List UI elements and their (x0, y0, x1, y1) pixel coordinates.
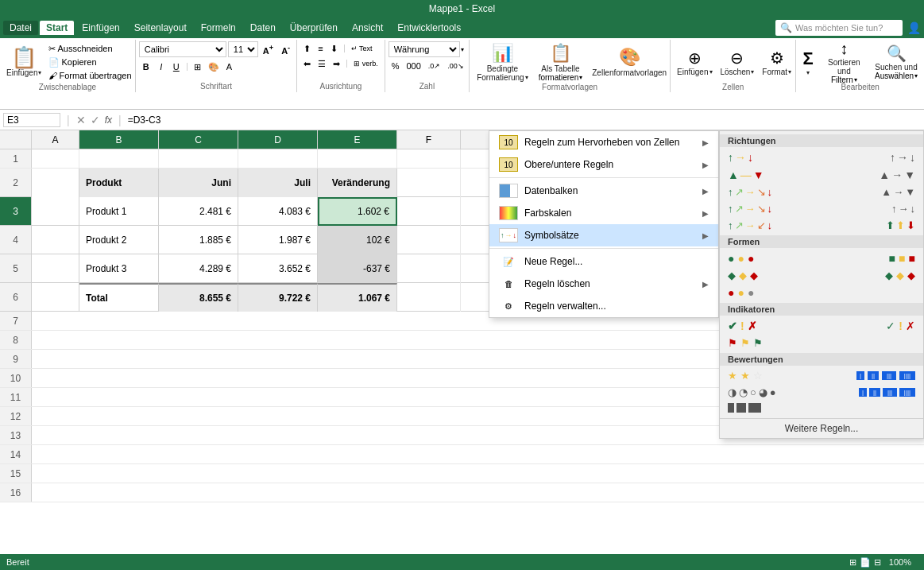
cell-e5[interactable]: -637 € (318, 254, 397, 283)
menu-item-symbolsaetze[interactable]: ↑→↓ Symbolsätze ▶ (489, 224, 718, 246)
cell-a5[interactable] (32, 254, 79, 283)
cell-f6[interactable] (397, 283, 461, 312)
weitere-regeln-button[interactable]: Weitere Regeln... (720, 419, 923, 438)
menu-item-entwicklertools[interactable]: Entwicklertools (391, 21, 467, 35)
cell-f4[interactable] (397, 226, 461, 254)
menu-item-start[interactable]: Start (40, 21, 74, 35)
cell-d6-total[interactable]: 9.722 € (238, 283, 318, 312)
fill-color-button[interactable]: 🎨 (205, 60, 222, 74)
bewertungen-row-2[interactable]: ◑ ◔ ○ ◕ ● | || ||| |||| (720, 384, 923, 401)
menu-item-einfuegen[interactable]: Einfügen (75, 21, 126, 35)
format-zellen-button[interactable]: ⚙ Format ▾ (759, 41, 794, 83)
cell-a3[interactable] (32, 197, 79, 226)
font-size-decrease-button[interactable]: A- (278, 42, 293, 56)
row-num-2[interactable]: 2 (0, 169, 32, 196)
row-num-5[interactable]: 5 (0, 254, 32, 282)
font-color-button[interactable]: A (223, 60, 235, 74)
richtungen-row-3[interactable]: ↑ ↗ → ↘ ↓ ▲ → ▼ (720, 184, 923, 200)
menu-item-regeln-verwalten[interactable]: ⚙ Regeln verwalten... (489, 295, 718, 317)
align-middle-button[interactable]: ≡ (315, 41, 326, 56)
cell-e3-selected[interactable]: 1.602 € (318, 197, 397, 226)
col-header-a[interactable]: A (32, 130, 79, 149)
cell-d5[interactable]: 3.652 € (238, 254, 318, 283)
row-num-9[interactable]: 9 (0, 350, 32, 368)
menu-item-neue-regel[interactable]: 📝 Neue Regel... (489, 250, 718, 273)
underline-button[interactable]: U (169, 60, 184, 74)
percent-button[interactable]: % (389, 59, 403, 73)
decimal-increase-button[interactable]: .0↗ (425, 59, 444, 73)
row-num-4[interactable]: 4 (0, 226, 32, 254)
font-name-select[interactable]: Calibri (139, 41, 226, 57)
row-num-14[interactable]: 14 (0, 445, 32, 463)
font-size-select[interactable]: 11 (228, 41, 258, 57)
row-num-6[interactable]: 6 (0, 283, 32, 311)
cell-e2-header[interactable]: Veränderung (318, 169, 397, 197)
align-top-button[interactable]: ⬆ (300, 41, 314, 56)
view-break[interactable]: ⊟ (874, 557, 881, 568)
cell-c6-total[interactable]: 8.655 € (159, 283, 238, 312)
row-num-7[interactable]: 7 (0, 312, 32, 330)
richtungen-row-5[interactable]: ↑ ↗ → ↙ ↓ ⬆ ⬆ ⬇ (720, 217, 923, 234)
font-size-increase-button[interactable]: A+ (260, 42, 276, 56)
cell-c3[interactable]: 2.481 € (159, 197, 238, 226)
menu-item-seitenlayout[interactable]: Seitenlayout (128, 21, 193, 35)
cell-d3[interactable]: 4.083 € (238, 197, 318, 226)
suchen-button[interactable]: 🔍 Suchen und Auswählen ▾ (872, 41, 921, 83)
cell-a4[interactable] (32, 226, 79, 254)
einfuegen-button[interactable]: 📋 Einfügen ▾ (3, 41, 44, 83)
summe-button[interactable]: Σ ▾ (799, 41, 816, 83)
name-box[interactable] (3, 113, 60, 127)
text-wrap-button[interactable]: ↵ Text (348, 41, 376, 56)
menu-item-top-bottom[interactable]: 10 Obere/untere Regeln ▶ (489, 153, 718, 176)
search-bar[interactable]: 🔍 Was möchten Sie tun? (775, 20, 903, 36)
menu-item-farbskalen[interactable]: Farbskalen ▶ (489, 202, 718, 224)
col-header-f[interactable]: F (397, 130, 461, 149)
loeschen-zellen-button[interactable]: ⊖ Löschen ▾ (717, 41, 758, 83)
als-tabelle-button[interactable]: 📋 Als Tabelle formatieren ▾ (535, 41, 586, 83)
decimal-decrease-button[interactable]: .00↘ (444, 59, 467, 73)
cell-f1[interactable] (397, 149, 461, 169)
cell-b6-total[interactable]: Total (79, 283, 159, 312)
cell-b5[interactable]: Produkt 3 (79, 254, 159, 283)
view-page[interactable]: 📄 (860, 557, 871, 568)
row-num-12[interactable]: 12 (0, 407, 32, 425)
cell-f5[interactable] (397, 254, 461, 283)
col-header-e[interactable]: E (318, 130, 397, 149)
thousand-button[interactable]: 000 (403, 59, 423, 73)
bold-button[interactable]: B (139, 60, 153, 74)
formen-row-1[interactable]: ● ● ● ■ ■ ■ (720, 250, 923, 267)
border-button[interactable]: ⊞ (191, 60, 204, 74)
menu-item-datei[interactable]: Datei (3, 21, 38, 35)
indikatoren-row-1[interactable]: ✔ ! ✗ ✓ ! ✗ (720, 317, 923, 335)
col-header-d[interactable]: D (238, 130, 318, 149)
einfuegen-zellen-button[interactable]: ⊕ Einfügen ▾ (674, 41, 715, 83)
kopieren-button[interactable]: 📄 Kopieren (46, 56, 133, 68)
menu-item-highlight-cells[interactable]: 10 Regeln zum Hervorheben von Zellen ▶ (489, 131, 718, 153)
cell-a6[interactable] (32, 283, 79, 312)
merge-button[interactable]: ⊞ verb. (350, 56, 381, 71)
row-num-1[interactable]: 1 (0, 149, 32, 168)
cell-d2-header[interactable]: Juli (238, 169, 318, 197)
cell-b4[interactable]: Produkt 2 (79, 226, 159, 254)
sortieren-button[interactable]: ↕ Sortieren und Filtern ▾ (818, 41, 870, 83)
cell-a1[interactable] (32, 149, 79, 169)
richtungen-row-2[interactable]: ▲ — ▼ ▲ → ▼ (720, 166, 923, 184)
formen-row-3[interactable]: ● ● ● (720, 284, 923, 301)
cell-e6-total[interactable]: 1.067 € (318, 283, 397, 312)
cell-d1[interactable] (238, 149, 318, 169)
cell-b2-header[interactable]: Produkt (79, 169, 159, 197)
cell-f2[interactable] (397, 169, 461, 197)
richtungen-row-4[interactable]: ↑ ↗ → ↘ ↓ ↑ → ↓ (720, 200, 923, 217)
align-center-button[interactable]: ☰ (315, 56, 329, 71)
row-num-8[interactable]: 8 (0, 331, 32, 349)
formen-row-2[interactable]: ◆ ◆ ◆ ◆ ◆ ◆ (720, 267, 923, 284)
cell-e1[interactable] (318, 149, 397, 169)
cell-c5[interactable]: 4.289 € (159, 254, 238, 283)
menu-item-ansicht[interactable]: Ansicht (346, 21, 389, 35)
account-icon[interactable]: 👤 (907, 21, 921, 34)
align-left-button[interactable]: ⬅ (300, 56, 314, 71)
row-num-11[interactable]: 11 (0, 388, 32, 406)
bewertungen-row-1[interactable]: ★ ★ ☆ | || ||| |||| (720, 367, 923, 384)
row-num-3[interactable]: 3 (0, 197, 32, 225)
menu-item-ueberpruefen[interactable]: Überprüfen (284, 21, 344, 35)
